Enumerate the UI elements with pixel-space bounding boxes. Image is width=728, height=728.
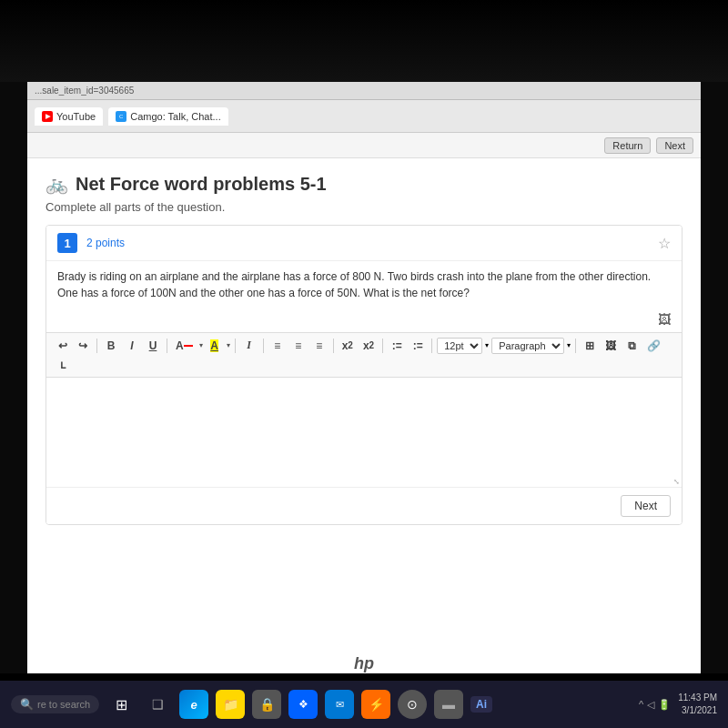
browser-toolbar: Return Next: [27, 133, 701, 158]
underline-button[interactable]: U: [144, 338, 162, 354]
question-text: Brady is riding on an airplane and the a…: [46, 261, 682, 312]
question-header: 1 2 points ☆: [46, 226, 682, 261]
taskbar-search-text: re to search: [37, 699, 90, 710]
task-view-icon: ❑: [152, 697, 164, 712]
question-number: 1: [57, 233, 77, 253]
clock-date: 3/1/2021: [678, 704, 717, 717]
mail-icon: ✉: [336, 699, 344, 711]
files2-button[interactable]: ▬: [434, 690, 463, 719]
url-bar[interactable]: ...sale_item_id=3045665: [27, 82, 701, 100]
table-button[interactable]: ⊞: [581, 338, 599, 354]
taskbar-search-area[interactable]: 🔍 re to search: [11, 695, 99, 713]
monitor-left-bezel: [0, 82, 27, 673]
hp-logo: hp: [354, 654, 374, 673]
link-button[interactable]: 🔗: [643, 338, 664, 354]
system-tray: ^ ◁ 🔋 11:43 PM 3/1/2021: [639, 692, 717, 717]
dropbox-button[interactable]: ❖: [288, 690, 318, 719]
editor-area[interactable]: ⤡: [46, 378, 682, 487]
tray-wifi: ^: [639, 699, 643, 710]
files-button[interactable]: 📁: [216, 690, 245, 719]
edge-icon: e: [190, 698, 197, 712]
edge-button[interactable]: e: [179, 690, 208, 719]
tab-youtube-label: YouTube: [56, 111, 96, 122]
separator-2: [167, 339, 167, 353]
page-subtitle: Complete all parts of the question.: [46, 200, 682, 214]
bolt-icon: ⚡: [369, 697, 384, 712]
separator-3: [235, 339, 236, 353]
superscript-button[interactable]: x2: [339, 338, 357, 354]
tray-battery: 🔋: [658, 699, 671, 711]
redo-button[interactable]: ↪: [74, 338, 92, 354]
tab-camgo-label: Camgo: Talk, Chat...: [130, 111, 220, 122]
font-size-arrow[interactable]: ▾: [485, 341, 489, 349]
paragraph-arrow[interactable]: ▾: [567, 341, 571, 349]
system-clock[interactable]: 11:43 PM 3/1/2021: [678, 692, 717, 717]
italic2-button[interactable]: I: [240, 337, 258, 354]
separator-7: [431, 339, 432, 353]
font-color-button[interactable]: A: [172, 338, 197, 354]
youtube-icon: ▶: [42, 111, 53, 122]
files2-icon: ▬: [442, 697, 455, 712]
title-text: Net Force word problems 5-1: [76, 174, 327, 195]
mail-button[interactable]: ✉: [325, 690, 354, 719]
ai-label[interactable]: Ai: [470, 696, 492, 713]
search-icon: 🔍: [20, 698, 34, 711]
chrome-button[interactable]: ⊙: [398, 690, 427, 719]
url-text: ...sale_item_id=3045665: [35, 86, 134, 96]
undo-redo-group: ↩ ↪: [54, 338, 92, 354]
resize-handle[interactable]: ⤡: [673, 478, 680, 486]
question-card: 1 2 points ☆ Brady is riding on an airpl…: [46, 225, 682, 525]
bolt-button[interactable]: ⚡: [361, 690, 390, 719]
image-icon-row: 🖼: [46, 312, 682, 332]
editor-input[interactable]: [57, 385, 671, 476]
font-color-arrow[interactable]: ▾: [199, 341, 203, 349]
clock-time: 11:43 PM: [678, 692, 717, 704]
dropbox-icon: ❖: [298, 698, 308, 711]
return-button[interactable]: Return: [604, 137, 651, 154]
task-view-button[interactable]: ❑: [143, 690, 172, 719]
title-icon: 🚲: [46, 173, 68, 195]
page-title: 🚲 Net Force word problems 5-1: [46, 173, 682, 195]
highlight-arrow[interactable]: ▾: [227, 341, 230, 349]
bold-button[interactable]: B: [102, 338, 120, 354]
editor-toolbar: ↩ ↪ B I U A ▾ A ▾ I ≡: [46, 332, 682, 378]
next-button-bottom[interactable]: Next: [621, 495, 671, 517]
special-char-button[interactable]: ʟ: [54, 357, 72, 373]
separator-8: [575, 339, 576, 353]
tray-icons: ^ ◁ 🔋: [639, 699, 671, 711]
browser-window: ...sale_item_id=3045665 ▶ YouTube C Camg…: [27, 82, 701, 673]
align-center-button[interactable]: ≡: [289, 338, 308, 354]
question-points: 2 points: [86, 237, 125, 249]
separator-6: [382, 339, 383, 353]
taskbar: 🔍 re to search ⊞ ❑ e 📁 🔒 ❖ ✉ ⚡ ⊙ ▬ Ai: [0, 681, 728, 728]
paragraph-select[interactable]: Paragraph Heading 1 Heading 2: [491, 338, 564, 354]
align-left-button[interactable]: ≡: [268, 338, 287, 354]
next-button-top[interactable]: Next: [656, 137, 693, 154]
windows-button[interactable]: ⊞: [106, 690, 136, 719]
page-content: 🚲 Net Force word problems 5-1 Complete a…: [27, 158, 701, 673]
ordered-list-button[interactable]: :=: [388, 338, 406, 354]
star-icon[interactable]: ☆: [658, 235, 671, 252]
windows-icon: ⊞: [116, 696, 127, 713]
files-icon: 📁: [223, 697, 238, 712]
separator-4: [263, 339, 264, 353]
lock-button[interactable]: 🔒: [252, 690, 281, 719]
browser-tab-bar: ▶ YouTube C Camgo: Talk, Chat...: [27, 100, 701, 133]
tab-camgo[interactable]: C Camgo: Talk, Chat...: [108, 107, 228, 126]
unordered-list-button[interactable]: :=: [409, 338, 427, 354]
monitor-right-bezel: [701, 82, 728, 673]
italic-button[interactable]: I: [123, 338, 141, 354]
subscript-button[interactable]: x2: [359, 338, 378, 354]
copy-button[interactable]: ⧉: [622, 338, 641, 354]
tray-sound: ◁: [647, 699, 654, 711]
monitor-top-bezel: [0, 0, 728, 82]
align-right-button[interactable]: ≡: [310, 338, 329, 354]
chrome-icon: ⊙: [407, 697, 418, 712]
tab-youtube[interactable]: ▶ YouTube: [35, 107, 103, 126]
font-size-select[interactable]: 12pt 14pt 16pt: [437, 338, 482, 354]
undo-button[interactable]: ↩: [54, 338, 72, 354]
highlight-button[interactable]: A: [206, 338, 224, 354]
image-button[interactable]: 🖼: [602, 338, 620, 354]
bottom-nav: Next: [46, 487, 682, 524]
image-insert-icon[interactable]: 🖼: [658, 312, 671, 327]
